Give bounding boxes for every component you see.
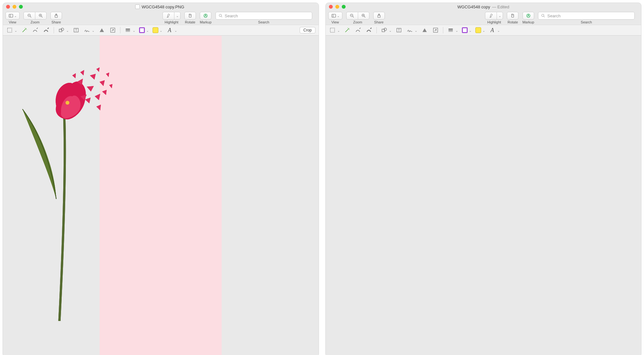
font-style-tool[interactable]: A <box>489 27 500 34</box>
highlight-label: Highlight <box>487 20 501 24</box>
search-label: Search <box>258 20 269 24</box>
resize-icon <box>432 27 439 33</box>
markup-icon <box>203 13 208 18</box>
instant-alpha-tool[interactable] <box>344 27 351 34</box>
share-icon <box>376 13 382 18</box>
search-group: Search Search <box>538 12 635 24</box>
zoom-out-button[interactable] <box>346 12 358 20</box>
separator <box>443 27 443 33</box>
image-page <box>422 36 544 355</box>
search-group: Search Search <box>216 12 312 24</box>
svg-text:T: T <box>398 29 400 32</box>
svg-line-48 <box>353 16 354 17</box>
traffic-lights <box>329 5 346 9</box>
svg-line-60 <box>544 16 545 17</box>
markup-button[interactable] <box>200 12 211 20</box>
view-button[interactable]: ⌄ <box>328 12 342 20</box>
sign-tool[interactable] <box>406 27 417 34</box>
svg-point-14 <box>219 14 221 16</box>
adjust-size-tool[interactable] <box>432 27 439 34</box>
markup-icon <box>526 13 531 18</box>
markup-label: Markup <box>200 20 212 24</box>
search-icon <box>541 13 545 18</box>
sketch-tool[interactable] <box>355 27 362 34</box>
shapes-icon <box>381 27 387 33</box>
svg-rect-56 <box>490 14 492 16</box>
adjust-icon <box>421 27 428 33</box>
highlight-menu-button[interactable]: ⌄ <box>174 12 181 20</box>
border-color-swatch <box>462 27 468 33</box>
line-style-tool[interactable] <box>447 27 458 34</box>
adjust-color-tool[interactable] <box>421 27 428 34</box>
border-color-tool[interactable] <box>462 27 472 33</box>
share-button[interactable] <box>373 12 385 20</box>
shapes-tool[interactable] <box>381 27 392 34</box>
svg-line-62 <box>345 29 348 32</box>
rotate-icon <box>510 13 515 18</box>
fill-color-swatch <box>475 27 481 33</box>
fill-color-tool[interactable] <box>475 27 485 33</box>
rotate-group: Rotate <box>184 12 196 24</box>
window-title-text: WGCG4548 copy.PNG <box>142 4 184 9</box>
text-tool[interactable]: T <box>395 27 402 34</box>
window-title: WGCG4548 copy — Edited <box>457 4 509 9</box>
highlight-button[interactable] <box>485 12 497 20</box>
titlebar: WGCG4548 copy — Edited <box>326 3 641 11</box>
sidebar-icon <box>331 13 336 18</box>
draw-tool[interactable] <box>366 27 373 34</box>
font-icon: A <box>489 27 496 34</box>
highlight-menu-button[interactable]: ⌄ <box>497 12 503 20</box>
search-input[interactable]: Search <box>216 12 312 20</box>
zoom-in-button[interactable] <box>358 12 369 20</box>
zoom-group: Zoom <box>346 12 369 24</box>
markup-group: Markup <box>200 12 212 24</box>
highlight-label: Highlight <box>165 20 179 24</box>
markup-group: Markup <box>522 12 534 24</box>
separator <box>376 27 377 33</box>
close-window-button[interactable] <box>329 5 333 9</box>
border-color-swatch <box>139 27 145 33</box>
view-group: ⌄ View <box>328 12 342 24</box>
highlight-button[interactable] <box>163 12 174 20</box>
svg-point-65 <box>349 30 349 30</box>
svg-rect-12 <box>189 15 191 17</box>
fill-color-tool[interactable] <box>153 27 162 33</box>
window-title-text: WGCG4548 copy <box>457 4 490 9</box>
markup-toolbar: T A <box>326 25 641 36</box>
highlight-group: ⌄ Highlight <box>485 12 503 24</box>
search-placeholder: Search <box>225 13 238 18</box>
canvas-area[interactable] <box>326 36 641 355</box>
markup-button[interactable] <box>523 12 534 20</box>
rotate-label: Rotate <box>507 20 518 24</box>
svg-rect-61 <box>330 28 334 32</box>
zoom-out-icon <box>349 13 355 18</box>
wand-icon <box>344 27 350 33</box>
line-style-tool[interactable] <box>124 27 135 34</box>
crop-button[interactable]: Crop <box>300 27 315 33</box>
svg-point-64 <box>347 28 348 29</box>
window-title: WGCG4548 copy.PNG <box>135 4 186 9</box>
markup-label: Markup <box>522 20 534 24</box>
svg-rect-57 <box>512 15 514 17</box>
line-style-icon <box>125 27 131 33</box>
search-input[interactable]: Search <box>538 12 635 20</box>
rotate-button[interactable] <box>184 12 196 20</box>
font-icon: A <box>166 27 173 34</box>
highlight-group: ⌄ Highlight <box>163 12 181 24</box>
sketch-icon <box>355 27 361 33</box>
selection-tool[interactable] <box>329 27 340 34</box>
minimize-window-button[interactable] <box>335 5 339 9</box>
font-style-tool[interactable]: A <box>166 27 177 34</box>
svg-rect-45 <box>332 14 336 17</box>
border-color-tool[interactable] <box>139 27 149 33</box>
rotate-group: Rotate <box>507 12 518 24</box>
zoom-window-button[interactable] <box>342 5 346 9</box>
draw-icon <box>366 27 372 33</box>
rotate-button[interactable] <box>507 12 518 20</box>
preview-window-right: WGCG4548 copy — Edited ⌄ View Zoom <box>325 3 642 355</box>
text-icon: T <box>396 27 402 33</box>
zoom-in-icon <box>361 13 366 18</box>
svg-point-59 <box>542 14 544 16</box>
document-icon <box>135 4 140 9</box>
share-group: Share <box>373 12 385 24</box>
